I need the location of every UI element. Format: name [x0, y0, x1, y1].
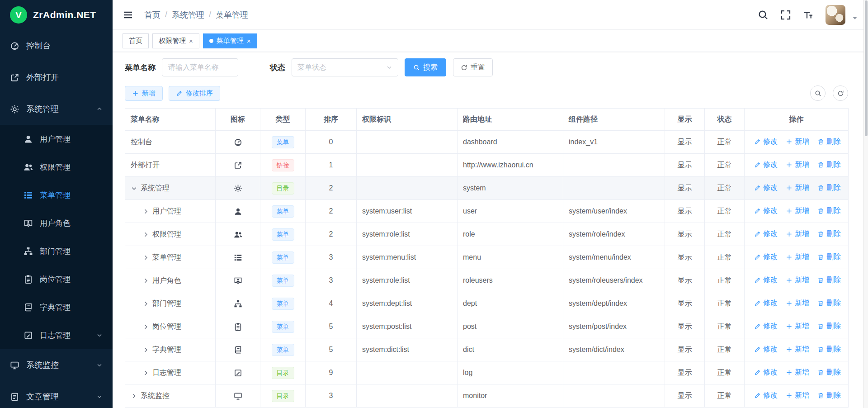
search-icon[interactable]: [758, 9, 769, 20]
avatar[interactable]: [826, 5, 845, 25]
row-add-button[interactable]: 新增: [786, 322, 809, 331]
tab-home[interactable]: 首页: [123, 33, 149, 48]
row-edit-button[interactable]: 修改: [754, 137, 778, 147]
row-delete-button[interactable]: 删除: [817, 183, 841, 193]
row-add-button[interactable]: 新增: [786, 137, 809, 147]
expand-row-icon[interactable]: [142, 254, 149, 261]
page-scrollbar[interactable]: [863, 0, 868, 408]
row-add-button[interactable]: 新增: [786, 229, 809, 239]
row-edit-button[interactable]: 修改: [754, 368, 778, 377]
font-size-icon[interactable]: [803, 9, 814, 20]
add-button[interactable]: 新增: [125, 86, 163, 101]
edit-sort-button[interactable]: 修改排序: [169, 86, 220, 101]
row-edit-button[interactable]: 修改: [754, 322, 778, 331]
row-add-button[interactable]: 新增: [786, 368, 809, 377]
sidebar-item-post-management[interactable]: 岗位管理: [0, 265, 113, 293]
row-delete-button[interactable]: 删除: [817, 368, 841, 377]
row-delete-button[interactable]: 删除: [817, 322, 841, 331]
row-edit-button[interactable]: 修改: [754, 345, 778, 354]
row-delete-button[interactable]: 删除: [817, 206, 841, 216]
expand-row-icon[interactable]: [142, 231, 149, 238]
expand-row-icon[interactable]: [142, 277, 149, 284]
expand-row-icon[interactable]: [142, 323, 149, 330]
row-delete-button[interactable]: 删除: [817, 160, 841, 170]
user-menu-caret-icon[interactable]: [852, 15, 858, 21]
table-row[interactable]: 字典管理菜单5system:dict:listdictsystem/dict/i…: [125, 338, 849, 361]
menu-name-input[interactable]: [162, 58, 238, 76]
row-edit-button[interactable]: 修改: [754, 183, 778, 193]
row-add-button[interactable]: 新增: [786, 252, 809, 262]
row-add-button[interactable]: 新增: [786, 299, 809, 308]
sidebar-item-menu-management[interactable]: 菜单管理: [0, 181, 113, 209]
row-delete-button[interactable]: 删除: [817, 345, 841, 354]
table-row[interactable]: 系统监控目录3monitor显示正常修改新增删除: [125, 384, 849, 408]
sidebar-item-dashboard[interactable]: 控制台: [0, 30, 113, 62]
expand-row-icon[interactable]: [142, 208, 149, 215]
row-edit-label: 修改: [763, 137, 778, 147]
table-row[interactable]: 外部打开链接1http://www.izhaorui.cn显示正常修改新增删除: [125, 154, 849, 177]
table-row[interactable]: 系统管理目录2system显示正常修改新增删除: [125, 177, 849, 200]
row-delete-button[interactable]: 删除: [817, 275, 841, 285]
expand-row-icon[interactable]: [131, 393, 137, 399]
table-row[interactable]: 岗位管理菜单5system:post:listpostsystem/post/i…: [125, 315, 849, 338]
row-edit-button[interactable]: 修改: [754, 299, 778, 308]
expand-row-icon[interactable]: [142, 346, 149, 353]
row-edit-button[interactable]: 修改: [754, 206, 778, 216]
row-add-button[interactable]: 新增: [786, 275, 809, 285]
row-edit-button[interactable]: 修改: [754, 229, 778, 239]
row-add-button[interactable]: 新增: [786, 206, 809, 216]
scrollbar-thumb[interactable]: [865, 0, 868, 136]
sidebar-item-role-management[interactable]: 权限管理: [0, 153, 113, 181]
sidebar-item-dict-management[interactable]: 字典管理: [0, 293, 113, 321]
reset-button[interactable]: 重置: [453, 58, 493, 76]
expand-row-icon[interactable]: [142, 300, 149, 307]
row-add-button[interactable]: 新增: [786, 345, 809, 354]
sidebar-item-user-management[interactable]: 用户管理: [0, 125, 113, 153]
row-add-button[interactable]: 新增: [786, 160, 809, 170]
refresh-button[interactable]: [833, 85, 848, 101]
row-delete-button[interactable]: 删除: [817, 252, 841, 262]
plus-icon: [786, 346, 793, 353]
monitor-icon: [234, 392, 242, 400]
hamburger-icon[interactable]: [123, 9, 133, 20]
collapse-row-icon[interactable]: [131, 185, 137, 192]
search-button[interactable]: 搜索: [405, 58, 446, 76]
menu-name-cell: 日志管理: [125, 361, 216, 384]
table-row[interactable]: 控制台菜单0dashboardindex_v1显示正常修改新增删除: [125, 131, 849, 154]
row-edit-button[interactable]: 修改: [754, 160, 778, 170]
table-row[interactable]: 日志管理目录9log显示正常修改新增删除: [125, 361, 849, 384]
table-row[interactable]: 部门管理菜单4system:dept:listdeptsystem/dept/i…: [125, 292, 849, 315]
sidebar-item-log-management[interactable]: 日志管理: [0, 321, 113, 349]
tab-role[interactable]: 权限管理×: [152, 33, 199, 48]
sidebar-item-user-role[interactable]: 用户角色: [0, 209, 113, 237]
tab-close-icon[interactable]: ×: [189, 38, 193, 44]
tab-menu[interactable]: 菜单管理×: [203, 33, 257, 48]
status-select[interactable]: 菜单状态: [292, 58, 398, 76]
table-row[interactable]: 权限管理菜单2system:role:listrolesystem/role/i…: [125, 223, 849, 246]
fullscreen-icon[interactable]: [780, 9, 791, 20]
row-edit-button[interactable]: 修改: [754, 275, 778, 285]
row-delete-button[interactable]: 删除: [817, 299, 841, 308]
sidebar-item-system-management[interactable]: 系统管理: [0, 93, 113, 125]
expand-row-icon[interactable]: [142, 370, 149, 376]
sidebar-item-article-management[interactable]: 文章管理: [0, 381, 113, 408]
table-row[interactable]: 用户角色菜单3system:role:listroleuserssystem/r…: [125, 269, 849, 292]
table-row[interactable]: 菜单管理菜单3system:menu:listmenusystem/menu/i…: [125, 246, 849, 269]
row-add-button[interactable]: 新增: [786, 391, 809, 400]
perms-cell: system:dept:list: [357, 292, 458, 315]
row-edit-button[interactable]: 修改: [754, 391, 778, 400]
menu-type-cell: 菜单: [260, 269, 306, 292]
row-edit-button[interactable]: 修改: [754, 252, 778, 262]
tab-close-icon[interactable]: ×: [247, 38, 251, 44]
sidebar-item-system-monitor[interactable]: 系统监控: [0, 349, 113, 381]
sidebar-item-dept-management[interactable]: 部门管理: [0, 237, 113, 265]
row-delete-button[interactable]: 删除: [817, 137, 841, 147]
breadcrumb-home[interactable]: 首页: [144, 9, 160, 20]
row-delete-button[interactable]: 删除: [817, 391, 841, 400]
breadcrumb-system[interactable]: 系统管理: [172, 9, 204, 20]
row-add-button[interactable]: 新增: [786, 183, 809, 193]
table-row[interactable]: 用户管理菜单2system:user:listusersystem/user/i…: [125, 200, 849, 223]
sidebar-item-external-open[interactable]: 外部打开: [0, 62, 113, 93]
toggle-search-button[interactable]: [810, 85, 826, 101]
row-delete-button[interactable]: 删除: [817, 229, 841, 239]
